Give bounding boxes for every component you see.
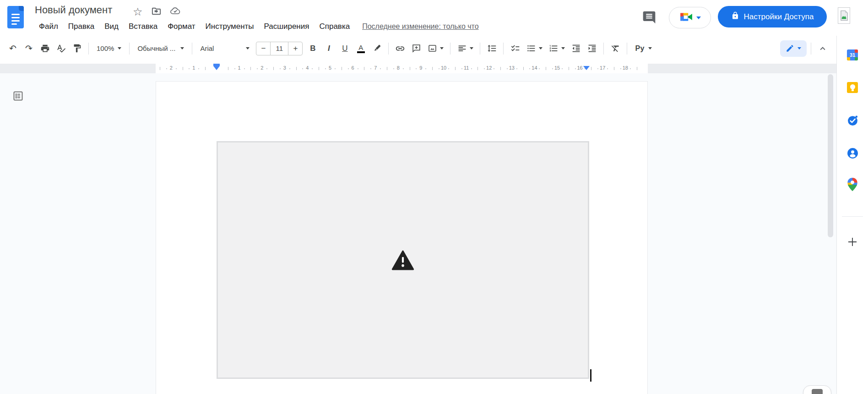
insert-link-button[interactable] (393, 41, 407, 56)
align-button[interactable] (455, 41, 476, 56)
google-calendar-icon[interactable]: 31 (846, 49, 858, 61)
meet-dropdown-caret (696, 16, 701, 19)
decrease-font-size-button[interactable]: − (256, 44, 270, 53)
ruler-number: 15 (554, 65, 560, 71)
vertical-scrollbar[interactable] (828, 74, 833, 237)
input-tools-button[interactable]: Ру (631, 41, 656, 56)
chevron-down-icon (797, 47, 801, 49)
ruler-tick (477, 67, 478, 70)
chevron-down-icon (180, 47, 184, 49)
chevron-down-icon (440, 47, 444, 49)
increase-font-size-button[interactable]: + (288, 44, 302, 53)
ruler-number: 13 (509, 65, 515, 71)
highlight-color-button[interactable] (369, 41, 384, 56)
numbered-list-button[interactable] (546, 41, 567, 56)
menu-format[interactable]: Формат (163, 21, 200, 32)
ruler-tick (523, 67, 524, 70)
meet-button[interactable] (669, 7, 711, 28)
zoom-select[interactable]: 100% (93, 41, 125, 56)
redo-button[interactable]: ↷ (22, 41, 36, 56)
font-size-control: − 11 + (256, 42, 303, 55)
ruler-tick (620, 68, 621, 69)
google-tasks-icon[interactable] (846, 114, 858, 126)
first-line-indent-marker[interactable] (213, 64, 220, 66)
star-icon[interactable]: ☆ (133, 6, 143, 17)
horizontal-ruler[interactable]: 21123456789101112131415161718 (0, 64, 836, 73)
line-spacing-button[interactable] (484, 41, 499, 56)
open-comments-icon[interactable] (642, 10, 656, 27)
right-indent-marker[interactable] (583, 66, 590, 70)
decrease-indent-button[interactable] (569, 41, 583, 56)
underline-button[interactable]: U (337, 41, 352, 56)
ruler-number: 18 (623, 65, 628, 71)
docs-logo-icon[interactable] (7, 6, 24, 28)
ruler-tick (335, 68, 336, 69)
menu-view[interactable]: Вид (99, 21, 124, 32)
insert-image-button[interactable] (425, 41, 446, 56)
checklist-button[interactable] (508, 41, 522, 56)
menu-tools[interactable]: Инструменты (201, 21, 259, 32)
ruler-number: 10 (441, 65, 446, 71)
document-title[interactable]: Новый документ (35, 4, 112, 16)
get-addons-plus-icon[interactable] (846, 236, 858, 248)
ruler-number: 14 (532, 65, 537, 71)
ruler-tick (273, 67, 274, 70)
move-to-folder-icon[interactable] (151, 6, 162, 18)
broken-image-placeholder[interactable] (217, 141, 589, 379)
paragraph-style-select[interactable]: Обычный ... (134, 41, 188, 56)
top-bar: Новый документ ☆ Файл Правка Вид Вставка… (0, 0, 868, 36)
ruler-tick (342, 67, 342, 70)
bold-button[interactable]: B (305, 41, 320, 56)
italic-button[interactable]: I (321, 41, 336, 56)
google-contacts-icon[interactable] (846, 147, 858, 159)
left-indent-marker[interactable] (213, 66, 220, 70)
font-select[interactable]: Arial (196, 41, 253, 56)
menu-bar: Файл Правка Вид Вставка Формат Инструмен… (34, 21, 479, 32)
menu-edit[interactable]: Правка (63, 21, 99, 32)
text-color-button[interactable]: A (353, 41, 368, 56)
ruler-tick (552, 68, 553, 69)
menu-file[interactable]: Файл (34, 21, 63, 32)
google-docs-app: Новый документ ☆ Файл Правка Вид Вставка… (0, 0, 868, 394)
ruler-number: 2 (260, 65, 263, 71)
hide-menus-button[interactable] (815, 41, 830, 56)
increase-indent-button[interactable] (585, 41, 599, 56)
add-comment-button[interactable] (409, 41, 423, 56)
paint-format-button[interactable] (70, 41, 84, 56)
ruler-tick (319, 67, 319, 70)
ruler-tick (439, 68, 439, 69)
bulleted-list-button[interactable] (524, 41, 545, 56)
ruler-tick (166, 68, 167, 69)
font-size-input[interactable]: 11 (270, 42, 288, 55)
ruler-number: 1 (238, 65, 241, 71)
spellcheck-button[interactable] (54, 41, 68, 56)
document-page[interactable] (156, 81, 648, 394)
share-button[interactable]: Настройки Доступа (718, 6, 827, 27)
ruler-tick (358, 68, 358, 69)
editing-mode-button[interactable] (780, 40, 807, 57)
undo-button[interactable]: ↶ (5, 41, 20, 56)
cloud-saved-icon[interactable] (170, 5, 181, 18)
ruler-number: 12 (486, 65, 492, 71)
explore-button[interactable] (803, 385, 831, 394)
show-document-outline-icon[interactable] (12, 90, 24, 104)
ruler-tick (296, 67, 297, 70)
google-keep-icon[interactable] (846, 82, 858, 93)
ruler-tick (234, 68, 235, 69)
clear-formatting-button[interactable] (608, 41, 623, 56)
explore-icon (812, 389, 823, 394)
ruler-number: 1 (192, 65, 195, 71)
ruler-tick (432, 67, 433, 70)
menu-extensions[interactable]: Расширения (259, 21, 315, 32)
ruler-number: 8 (397, 65, 400, 71)
ruler-tick (637, 67, 637, 70)
menu-help[interactable]: Справка (314, 21, 355, 32)
print-button[interactable] (38, 41, 52, 56)
last-edit-link[interactable]: Последнее изменение: только что (362, 22, 478, 31)
profile-avatar-broken-image[interactable] (838, 7, 850, 24)
ruler-tick (393, 68, 394, 69)
ruler-tick (183, 67, 183, 70)
ruler-number: 17 (600, 65, 605, 71)
menu-insert[interactable]: Вставка (124, 21, 163, 32)
google-maps-icon[interactable] (846, 178, 858, 190)
